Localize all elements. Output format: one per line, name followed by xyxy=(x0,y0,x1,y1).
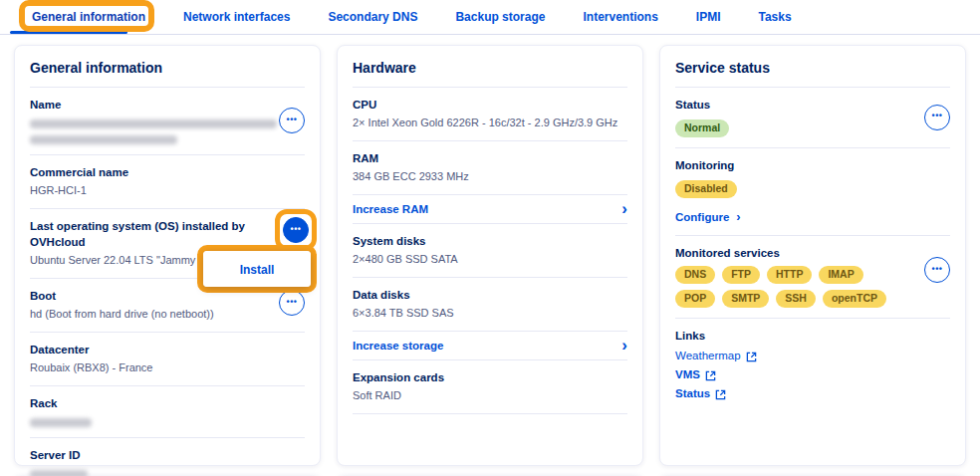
name-value-redacted-2 xyxy=(30,135,177,144)
commercial-name-label: Commercial name xyxy=(30,164,305,180)
monitored-services-label: Monitored services xyxy=(675,245,889,261)
link-weathermap[interactable]: Weathermap xyxy=(675,350,950,361)
field-last-os: Last operating system (OS) installed by … xyxy=(30,209,305,279)
boot-actions-button[interactable]: ••• xyxy=(279,290,305,316)
expansion-cards-label: Expansion cards xyxy=(353,369,627,385)
cpu-value: 2× Intel Xeon Gold 6226R - 16c/32t - 2.9… xyxy=(353,115,627,130)
service-badge-http: HTTP xyxy=(767,266,812,284)
field-rack: Rack xyxy=(30,386,305,438)
external-link-icon xyxy=(705,370,716,381)
datacenter-value: Roubaix (RBX8) - France xyxy=(30,359,305,375)
card-title-service-status: Service status xyxy=(675,46,950,88)
tab-bar: General information Network interfaces S… xyxy=(0,0,980,35)
name-actions-button[interactable]: ••• xyxy=(279,108,305,133)
tab-backup-storage[interactable]: Backup storage xyxy=(455,10,545,24)
monitored-services-badges: DNS FTP HTTP IMAP POP SMTP SSH openTCP xyxy=(675,266,889,308)
system-disks-label: System disks xyxy=(353,233,627,249)
data-disks-label: Data disks xyxy=(353,287,627,303)
link-vms-label: VMS xyxy=(675,368,700,380)
increase-ram-link[interactable]: Increase RAM xyxy=(353,203,428,215)
service-badge-imap: IMAP xyxy=(819,266,862,284)
field-datacenter: Datacenter Roubaix (RBX8) - France xyxy=(30,333,305,386)
active-tab-underline xyxy=(10,31,127,34)
commercial-name-value: HGR-HCI-1 xyxy=(30,182,305,198)
ellipsis-icon: ••• xyxy=(291,225,302,234)
service-badge-dns: DNS xyxy=(675,266,715,284)
server-id-value-redacted xyxy=(30,470,88,476)
service-badge-ssh: SSH xyxy=(776,290,816,308)
ellipsis-icon: ••• xyxy=(287,116,298,124)
service-badge-pop: POP xyxy=(675,290,715,308)
monitoring-label: Monitoring xyxy=(675,157,950,173)
general-information-card: General information Name ••• Commercial … xyxy=(14,45,321,466)
link-status-label: Status xyxy=(675,387,710,399)
card-title-hardware: Hardware xyxy=(353,46,627,88)
os-actions-button[interactable]: ••• xyxy=(283,217,309,243)
field-cpu: CPU 2× Intel Xeon Gold 6226R - 16c/32t -… xyxy=(353,88,627,141)
status-actions-button[interactable]: ••• xyxy=(924,105,950,130)
field-data-disks: Data disks 6×3.84 TB SSD SAS xyxy=(353,278,627,332)
monitored-services-actions-button[interactable]: ••• xyxy=(924,257,950,283)
external-link-icon xyxy=(746,352,757,362)
expansion-cards-value: Soft RAID xyxy=(353,387,627,403)
link-status[interactable]: Status xyxy=(675,387,950,399)
status-badge: Normal xyxy=(675,119,729,137)
ellipsis-icon: ••• xyxy=(932,265,943,274)
field-status: Status Normal ••• xyxy=(675,88,950,148)
os-actions-menu: Install xyxy=(203,251,311,287)
service-status-card: Service status Status Normal ••• Monitor… xyxy=(659,45,966,466)
menu-item-install[interactable]: Install xyxy=(240,263,275,277)
field-monitoring: Monitoring Disabled Configure › xyxy=(675,148,950,236)
annotation-highlight-install-menu: Install xyxy=(197,245,317,293)
card-title-general-information: General information xyxy=(30,46,305,88)
field-ram: RAM 384 GB ECC 2933 MHz xyxy=(353,141,627,195)
tab-general-information[interactable]: General information xyxy=(32,10,145,24)
external-link-icon xyxy=(715,389,726,400)
field-monitored-services: Monitored services DNS FTP HTTP IMAP POP… xyxy=(675,236,950,319)
status-label: Status xyxy=(675,97,924,113)
tab-secondary-dns[interactable]: Secondary DNS xyxy=(328,10,417,24)
ram-value: 384 GB ECC 2933 MHz xyxy=(353,168,627,184)
cpu-label: CPU xyxy=(353,97,627,113)
configure-link[interactable]: Configure › xyxy=(675,211,741,223)
link-weathermap-label: Weathermap xyxy=(675,350,741,361)
chevron-right-icon: › xyxy=(736,212,740,222)
name-value-redacted xyxy=(30,119,277,128)
tab-interventions[interactable]: Interventions xyxy=(583,10,657,24)
server-id-label: Server ID xyxy=(30,447,305,463)
data-disks-value: 6×3.84 TB SSD SAS xyxy=(353,305,627,321)
increase-storage-link[interactable]: Increase storage xyxy=(353,340,443,352)
hardware-card: Hardware CPU 2× Intel Xeon Gold 6226R - … xyxy=(337,45,643,466)
service-badge-ftp: FTP xyxy=(722,266,760,284)
rack-label: Rack xyxy=(30,395,305,411)
links-label: Links xyxy=(675,328,950,344)
service-badge-opentcp: openTCP xyxy=(823,290,886,308)
field-name: Name ••• xyxy=(30,88,305,155)
configure-link-label: Configure xyxy=(675,211,729,223)
ellipsis-icon: ••• xyxy=(932,112,943,120)
chevron-right-icon[interactable]: › xyxy=(621,204,627,214)
monitoring-badge: Disabled xyxy=(675,180,737,198)
ellipsis-icon: ••• xyxy=(287,298,298,307)
tab-label: General information xyxy=(32,10,145,24)
cards-container: General information Name ••• Commercial … xyxy=(0,35,980,466)
tab-tasks[interactable]: Tasks xyxy=(759,10,792,24)
increase-storage-row: Increase storage › xyxy=(353,332,627,360)
chevron-right-icon[interactable]: › xyxy=(621,341,627,351)
field-expansion-cards: Expansion cards Soft RAID xyxy=(353,360,627,414)
datacenter-label: Datacenter xyxy=(30,342,305,357)
name-label: Name xyxy=(30,97,279,113)
field-links: Links Weathermap VMS S xyxy=(675,319,950,409)
field-commercial-name: Commercial name HGR-HCI-1 xyxy=(30,155,305,209)
system-disks-value: 2×480 GB SSD SATA xyxy=(353,251,627,267)
field-system-disks: System disks 2×480 GB SSD SATA xyxy=(353,224,627,278)
service-badge-smtp: SMTP xyxy=(722,290,769,308)
tab-ipmi[interactable]: IPMI xyxy=(696,10,721,24)
link-vms[interactable]: VMS xyxy=(675,368,950,380)
rack-value-redacted xyxy=(30,418,92,427)
tab-network-interfaces[interactable]: Network interfaces xyxy=(183,10,290,24)
boot-value: hd (Boot from hard drive (no netboot)) xyxy=(30,306,279,322)
ram-label: RAM xyxy=(353,150,627,166)
increase-ram-row: Increase RAM › xyxy=(353,195,627,224)
field-server-id: Server ID xyxy=(30,438,305,476)
